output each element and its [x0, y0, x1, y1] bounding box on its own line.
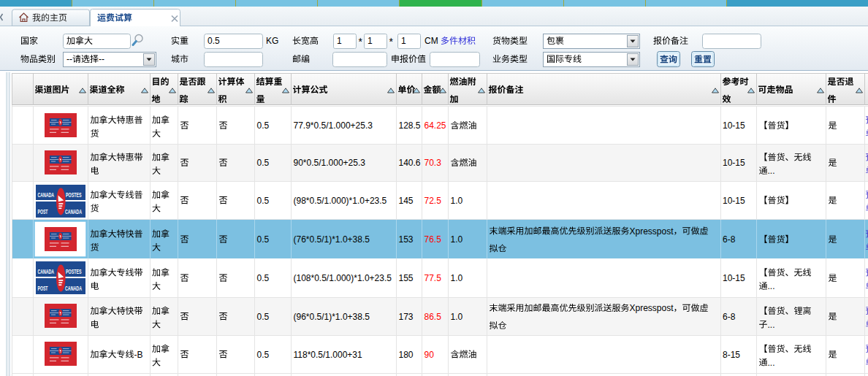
svg-text:10-15: 10-15: [723, 158, 745, 168]
svg-text:(96*0.5/1)*1.0+38.5: (96*0.5/1)*1.0+38.5: [294, 312, 370, 322]
svg-text:--: --: [66, 54, 72, 64]
svg-text:*: *: [389, 36, 394, 47]
svg-text:6-8: 6-8: [723, 234, 736, 245]
svg-text:180: 180: [399, 350, 414, 360]
svg-text:145: 145: [399, 196, 414, 206]
svg-text:70.3: 70.3: [425, 158, 442, 168]
svg-text:72.5: 72.5: [425, 196, 442, 206]
svg-text:1: 1: [368, 36, 373, 46]
svg-text:0.5: 0.5: [257, 196, 270, 206]
svg-text:POSTES: POSTES: [66, 191, 82, 199]
svg-text:0.5: 0.5: [257, 120, 270, 131]
svg-text:76.5: 76.5: [425, 234, 442, 245]
svg-text:10-15: 10-15: [723, 273, 745, 283]
svg-text:...: ...: [768, 320, 775, 330]
svg-text:1: 1: [337, 36, 342, 46]
svg-text:1.0: 1.0: [451, 196, 463, 206]
svg-text:8-15: 8-15: [723, 350, 740, 360]
svg-text:118*0.5/1.000+31: 118*0.5/1.000+31: [294, 350, 363, 360]
svg-text:77.9*0.5/1.000+25.3: 77.9*0.5/1.000+25.3: [294, 120, 373, 131]
svg-text:0.5: 0.5: [257, 312, 270, 322]
svg-text:6-8: 6-8: [723, 312, 736, 322]
svg-text:0.5: 0.5: [208, 36, 220, 46]
svg-text:...: ...: [768, 358, 775, 368]
svg-text:KG: KG: [266, 36, 278, 46]
svg-text:Xpresspost: Xpresspost: [630, 303, 674, 313]
svg-text:64.25: 64.25: [425, 120, 446, 131]
svg-text:140.6: 140.6: [399, 158, 421, 168]
svg-text:1.0: 1.0: [451, 312, 463, 322]
svg-text:0.5: 0.5: [257, 158, 270, 168]
svg-text:Xpresspost: Xpresspost: [630, 226, 674, 237]
svg-text:1.0: 1.0: [451, 273, 463, 283]
svg-text:90*0.5/1.000+25.3: 90*0.5/1.000+25.3: [294, 158, 366, 168]
svg-text:CANADA: CANADA: [38, 191, 55, 199]
svg-text:0.5: 0.5: [257, 273, 270, 283]
svg-text:...: ...: [768, 281, 775, 291]
svg-text:128.5: 128.5: [399, 120, 421, 131]
svg-text:CANADA: CANADA: [38, 268, 55, 275]
svg-text:155: 155: [399, 273, 414, 283]
svg-text:(98*0.5/1.000)*1.0+23.5: (98*0.5/1.000)*1.0+23.5: [294, 196, 387, 206]
svg-text:*: *: [359, 36, 363, 47]
svg-text:(76*0.5/1)*1.0+38.5: (76*0.5/1)*1.0+38.5: [294, 234, 370, 245]
svg-text:10-15: 10-15: [723, 120, 745, 131]
svg-text:-B: -B: [134, 350, 143, 360]
svg-text:90: 90: [425, 350, 435, 360]
svg-text:...: ...: [768, 166, 775, 176]
svg-text:0.5: 0.5: [257, 350, 270, 360]
svg-text:(108*0.5/1.000)*1.0+23.5: (108*0.5/1.000)*1.0+23.5: [294, 273, 392, 283]
svg-text:CM: CM: [425, 36, 438, 46]
svg-text:0.5: 0.5: [257, 234, 270, 245]
svg-text:POST: POST: [38, 208, 48, 215]
svg-text:POSTES: POSTES: [66, 268, 82, 275]
svg-text:CANADA: CANADA: [65, 208, 82, 215]
svg-text:173: 173: [399, 312, 414, 322]
svg-text:86.5: 86.5: [425, 312, 442, 322]
svg-text:1.0: 1.0: [451, 234, 463, 245]
svg-text:153: 153: [399, 234, 414, 245]
svg-text:10-15: 10-15: [723, 196, 745, 206]
svg-text:1: 1: [401, 36, 406, 46]
svg-text:--: --: [99, 54, 104, 64]
svg-text:77.5: 77.5: [425, 273, 442, 283]
svg-text:CANADA: CANADA: [65, 285, 82, 292]
svg-text:POST: POST: [38, 285, 48, 292]
